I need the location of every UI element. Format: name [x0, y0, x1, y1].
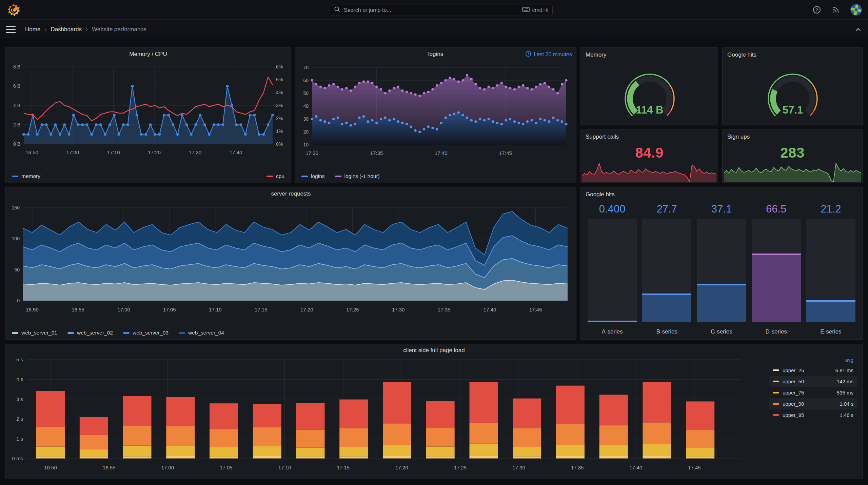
svg-text:17:40: 17:40: [484, 307, 496, 312]
svg-text:0: 0: [17, 298, 20, 303]
bar-gauge-label: A-series: [588, 322, 637, 335]
panel-title[interactable]: Sign ups: [727, 134, 750, 140]
svg-text:1%: 1%: [276, 128, 283, 134]
bar-gauge-track: [806, 219, 855, 322]
svg-text:17:40: 17:40: [630, 465, 643, 470]
server-requests-legend: web_server_01web_server_02web_server_03w…: [12, 330, 224, 336]
panel-server-requests: server requests 05010015016:5016:5517:00…: [5, 187, 576, 340]
svg-text:17:05: 17:05: [220, 465, 233, 470]
time-range-indicator[interactable]: Last 20 minutes: [525, 51, 572, 58]
panel-title[interactable]: Memory: [586, 52, 606, 58]
bar-gauge-column[interactable]: 21.2 E-series: [806, 203, 855, 335]
svg-text:6%: 6%: [276, 64, 283, 69]
svg-text:70: 70: [303, 65, 309, 70]
panel-title[interactable]: Memory / CPU: [6, 51, 291, 58]
page-load-legend: avg upper_25 6.81 ms upper_50 142 ms upp…: [769, 356, 857, 421]
panel-title[interactable]: Google hits: [727, 52, 756, 58]
grafana-logo[interactable]: [7, 3, 20, 17]
legend-item[interactable]: web_server_02: [67, 330, 113, 336]
bar-gauge-value: 27.7: [642, 203, 691, 219]
memory-gauge: 114 B: [581, 60, 717, 125]
support-calls-sparkline: [582, 161, 716, 182]
search-input[interactable]: Search or jump to... cmd+k: [330, 4, 553, 16]
breadcrumb-dashboards[interactable]: Dashboards: [51, 26, 82, 33]
legend-swatch: [773, 381, 779, 382]
svg-text:0%: 0%: [276, 141, 283, 147]
svg-text:57.1: 57.1: [783, 104, 803, 116]
svg-text:17:30: 17:30: [305, 150, 318, 156]
legend-swatch: [123, 332, 130, 334]
svg-text:16:55: 16:55: [103, 465, 116, 470]
legend-item[interactable]: memory: [12, 173, 40, 179]
legend-label: logins (-1 hour): [344, 173, 380, 179]
collapse-chevron-up-icon[interactable]: [854, 25, 863, 34]
legend-item[interactable]: upper_75 535 ms: [769, 387, 857, 398]
svg-text:3%: 3%: [276, 103, 283, 108]
bar-gauge-fill: [697, 284, 746, 322]
legend-item[interactable]: web_server_04: [179, 330, 224, 336]
svg-text:17:15: 17:15: [255, 307, 268, 312]
bar-gauge-value: 0.400: [588, 203, 637, 219]
legend-item[interactable]: upper_25 6.81 ms: [769, 365, 857, 376]
bar-gauge-column[interactable]: 37.1 C-series: [697, 203, 746, 335]
svg-text:17:35: 17:35: [438, 307, 451, 312]
legend-item[interactable]: web_server_01: [12, 330, 57, 336]
legend-item[interactable]: upper_50 142 ms: [769, 376, 857, 387]
legend-item[interactable]: cpu: [267, 173, 284, 179]
breadcrumb-home[interactable]: Home: [25, 26, 40, 33]
panel-title[interactable]: client side full page load: [6, 347, 862, 354]
svg-text:100: 100: [12, 236, 20, 241]
chevron-right-icon: ›: [86, 26, 88, 33]
svg-text:17:20: 17:20: [148, 149, 161, 155]
google-hits-gauge: 57.1: [723, 60, 862, 125]
panel-title[interactable]: Support calls: [586, 134, 619, 140]
svg-text:17:10: 17:10: [278, 465, 291, 470]
top-nav-bar: Search or jump to... cmd+k ?: [0, 0, 868, 20]
legend-label: upper_95: [783, 412, 840, 418]
legend-avg-header[interactable]: avg: [769, 356, 857, 365]
menu-toggle-icon[interactable]: [6, 26, 16, 33]
search-placeholder: Search or jump to...: [344, 7, 522, 13]
legend-swatch: [267, 176, 273, 177]
news-rss-icon[interactable]: [831, 5, 840, 14]
clock-icon: [525, 51, 531, 58]
google-hits-bar-gauge: 0.400 A-series27.7 B-series37.1 C-series…: [588, 203, 855, 335]
svg-text:2 B: 2 B: [13, 122, 20, 127]
legend-item[interactable]: logins (-1 hour): [335, 173, 380, 179]
search-icon: [334, 6, 340, 14]
help-icon[interactable]: ?: [812, 5, 821, 14]
legend-swatch: [67, 332, 74, 334]
panel-title[interactable]: Google hits: [586, 191, 615, 198]
legend-item[interactable]: upper_90 1.04 s: [769, 398, 857, 409]
legend-swatch: [12, 332, 18, 334]
legend-swatch: [773, 403, 779, 405]
legend-avg-value: 142 ms: [837, 379, 853, 384]
svg-text:5 s: 5 s: [16, 357, 23, 362]
legend-avg-value: 535 ms: [837, 390, 853, 396]
legend-item[interactable]: web_server_03: [123, 330, 169, 336]
legend-item[interactable]: logins: [301, 173, 325, 179]
legend-swatch: [773, 369, 779, 371]
svg-text:4 B: 4 B: [13, 103, 20, 108]
legend-label: web_server_01: [21, 330, 57, 336]
svg-text:17:35: 17:35: [370, 150, 383, 156]
panel-title[interactable]: server requests: [6, 190, 576, 197]
breadcrumb-current-page: Website performance: [92, 26, 146, 33]
bar-gauge-column[interactable]: 27.7 B-series: [642, 203, 691, 335]
legend-swatch: [301, 176, 308, 177]
bar-gauge-column[interactable]: 0.400 A-series: [588, 203, 637, 335]
legend-item[interactable]: upper_95 1.46 s: [769, 409, 857, 421]
bar-gauge-track: [588, 219, 637, 322]
svg-text:17:00: 17:00: [117, 307, 130, 312]
bar-gauge-column[interactable]: 66.5 D-series: [752, 203, 801, 335]
bar-gauge-value: 66.5: [752, 203, 801, 219]
memory-cpu-chart: 0 B2 B4 B6 B8 B0%1%2%3%4%5%6%16:5017:001…: [6, 60, 290, 167]
user-avatar[interactable]: [850, 4, 862, 16]
bar-gauge-label: E-series: [806, 322, 855, 335]
divider: [849, 24, 849, 35]
svg-text:114 B: 114 B: [636, 104, 663, 116]
legend-label: memory: [21, 173, 40, 179]
legend-label: upper_75: [783, 390, 837, 396]
legend-swatch: [335, 176, 341, 177]
svg-text:5%: 5%: [276, 77, 283, 82]
